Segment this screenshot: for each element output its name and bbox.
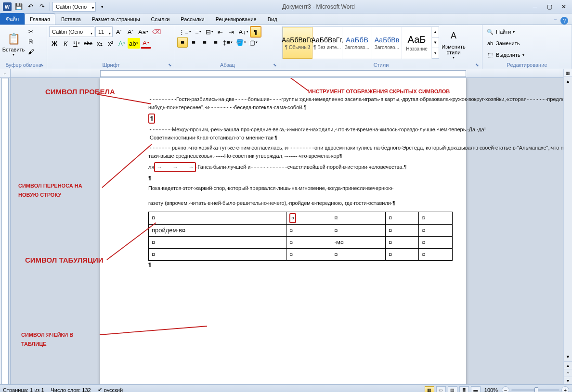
decrease-indent-button[interactable]: ⇤ xyxy=(215,26,226,37)
zoom-slider[interactable] xyxy=(511,389,559,391)
table[interactable]: ¤¤¤¤¤ пройдем·в¤¤¤¤¤ ¤¤·м¤¤¤ ¤¤¤¤¤ xyxy=(148,212,453,261)
reading-view[interactable]: ▭ xyxy=(436,386,446,392)
align-right-button[interactable]: ≡ xyxy=(199,37,210,48)
file-tab[interactable]: Файл xyxy=(0,13,25,25)
text-effects-button[interactable]: A xyxy=(117,38,127,49)
align-left-button[interactable]: ≡ xyxy=(177,37,188,48)
underline-button[interactable]: Ч xyxy=(71,38,82,49)
tab-references[interactable]: Ссылки xyxy=(146,13,175,25)
paragraph[interactable]: Пока·ведется·этот·жаркий·спор,·который·п… xyxy=(148,184,453,192)
next-page-button[interactable]: ▾ xyxy=(564,377,572,384)
grow-font-button[interactable]: A˄ xyxy=(114,26,124,37)
prev-page-button[interactable]: ▴ xyxy=(564,361,572,369)
document-page[interactable]: ···················Гости·разбились·на·дв… xyxy=(100,78,466,384)
minimize-ribbon-button[interactable]: ⌃ xyxy=(553,18,558,24)
tab-home[interactable]: Главная xyxy=(25,13,55,25)
close-button[interactable]: ✕ xyxy=(559,2,569,11)
multilevel-button[interactable]: ⊟ xyxy=(204,26,215,37)
qat-font-combo[interactable]: Calibri (Осно xyxy=(52,2,96,12)
table-row[interactable]: ¤¤·м¤¤¤ xyxy=(149,236,453,248)
align-center-button[interactable]: ≡ xyxy=(188,37,199,48)
status-language[interactable]: ✔русский xyxy=(98,387,123,392)
zoom-out-button[interactable]: − xyxy=(502,386,509,392)
scroll-track[interactable] xyxy=(564,86,572,353)
table-row[interactable]: пройдем·в¤¤¤¤¤ xyxy=(149,224,453,236)
paragraph[interactable]: газету·(впрочем,·читать·в·ней·было·решит… xyxy=(148,199,453,207)
format-painter-button[interactable]: 🖌 xyxy=(26,47,36,56)
paragraph[interactable]: ···················Гости·разбились·на·дв… xyxy=(148,95,453,112)
font-launcher[interactable]: ⬊ xyxy=(168,63,172,67)
shrink-font-button[interactable]: A˅ xyxy=(125,26,136,37)
select-button[interactable]: ⬚Выделить ▾ xyxy=(484,50,526,60)
change-case-button[interactable]: Aa xyxy=(137,26,150,37)
font-size-combo[interactable]: 11 xyxy=(95,26,113,37)
numbering-button[interactable]: ≡ xyxy=(193,26,204,37)
shading-button[interactable]: 🪣 xyxy=(234,37,247,48)
status-words[interactable]: Число слов: 132 xyxy=(51,387,91,392)
find-button[interactable]: 🔍Найти ▾ xyxy=(484,26,526,37)
copy-button[interactable]: ⎘ xyxy=(26,37,36,46)
highlight-button[interactable]: ab xyxy=(128,38,140,49)
minimize-button[interactable]: ─ xyxy=(530,2,540,11)
undo-button[interactable]: ↶ xyxy=(25,1,36,12)
cut-button[interactable]: ✂ xyxy=(26,26,36,36)
paragraph[interactable]: ¶ xyxy=(148,174,453,182)
web-view[interactable]: ▤ xyxy=(448,386,457,392)
paragraph[interactable]: ¶ xyxy=(148,114,453,124)
paragraph[interactable]: ················рьяно,·что·хозяйка·тут·ж… xyxy=(148,144,453,160)
status-page[interactable]: Страница: 1 из 1 xyxy=(3,387,44,392)
change-styles-button[interactable]: A Изменить стили ▾ xyxy=(439,26,468,61)
paragraph[interactable]: ля→ → →·Ганса·были·лучшей·и·············… xyxy=(148,162,453,172)
print-layout-view[interactable]: ▦ xyxy=(425,386,434,392)
tab-layout[interactable]: Разметка страницы xyxy=(87,13,145,25)
horizontal-ruler[interactable] xyxy=(11,69,563,78)
italic-button[interactable]: К xyxy=(60,38,71,49)
style-heading1[interactable]: АаБбВЗаголово... xyxy=(342,27,372,59)
zoom-in-button[interactable]: + xyxy=(561,386,569,392)
replace-button[interactable]: abЗаменить xyxy=(484,38,526,49)
show-hide-marks-button[interactable]: ¶ xyxy=(250,26,261,37)
qat-more-button[interactable]: ▾ xyxy=(97,1,107,12)
vertical-ruler[interactable] xyxy=(0,78,11,384)
style-no-spacing[interactable]: АаБбВвГг,¶ Без инте... xyxy=(312,27,342,59)
redo-button[interactable]: ↷ xyxy=(37,1,47,12)
ruler-toggle-button[interactable]: ▦ xyxy=(564,69,572,77)
tab-review[interactable]: Рецензирование xyxy=(210,13,262,25)
scroll-up-button[interactable]: ▲ xyxy=(564,77,572,86)
bullets-button[interactable]: ⋮≡ xyxy=(177,26,193,37)
tab-view[interactable]: Вид xyxy=(262,13,283,25)
styles-gallery[interactable]: АаБбВвГг,¶ Обычный АаБбВвГг,¶ Без инте..… xyxy=(282,26,439,59)
tab-insert[interactable]: Вставка xyxy=(56,13,86,25)
justify-button[interactable]: ≡ xyxy=(210,37,221,48)
help-button[interactable]: ? xyxy=(560,17,568,25)
save-button[interactable]: 💾 xyxy=(13,1,24,12)
table-row[interactable]: ¤¤¤¤¤ xyxy=(149,248,453,260)
paragraph[interactable]: ················Между·прочим,·речь·зашла… xyxy=(148,126,453,142)
gallery-scroll[interactable]: ▲▼▾ xyxy=(432,27,439,59)
scroll-down-button[interactable]: ▼ xyxy=(564,353,572,361)
draft-view[interactable]: ▬ xyxy=(471,386,481,392)
paragraph[interactable]: ¶ xyxy=(148,261,453,269)
increase-indent-button[interactable]: ⇥ xyxy=(226,26,237,37)
ruler-corner[interactable]: ⌐ xyxy=(0,69,11,78)
line-spacing-button[interactable]: ‡≡ xyxy=(221,37,234,48)
superscript-button[interactable]: x² xyxy=(105,38,116,49)
style-normal[interactable]: АаБбВвГг,¶ Обычный xyxy=(283,27,312,59)
outline-view[interactable]: ≣ xyxy=(459,386,469,392)
style-title[interactable]: АаБНазвание xyxy=(402,27,432,59)
borders-button[interactable]: ▢ xyxy=(248,37,259,48)
word-app-icon[interactable]: W xyxy=(2,1,13,12)
vertical-scrollbar[interactable]: ▦ ▲ ▼ ▴ ○ ▾ xyxy=(563,69,572,384)
maximize-button[interactable]: ▢ xyxy=(544,2,555,11)
strike-button[interactable]: abc xyxy=(82,38,94,49)
clear-format-button[interactable]: ⌫ xyxy=(151,26,162,37)
subscript-button[interactable]: x₂ xyxy=(94,38,105,49)
tab-mailings[interactable]: Рассылки xyxy=(175,13,209,25)
page-viewport[interactable]: ···················Гости·разбились·на·дв… xyxy=(11,78,563,384)
bold-button[interactable]: Ж xyxy=(49,38,60,49)
clipboard-launcher[interactable]: ⬊ xyxy=(40,63,44,67)
style-heading2[interactable]: АаБбВвЗаголово... xyxy=(372,27,402,59)
font-name-combo[interactable]: Calibri (Осно xyxy=(49,26,94,37)
paste-button[interactable]: 📋 Вставить ▾ xyxy=(2,26,25,61)
table-row[interactable]: ¤¤¤¤¤ xyxy=(149,212,453,224)
